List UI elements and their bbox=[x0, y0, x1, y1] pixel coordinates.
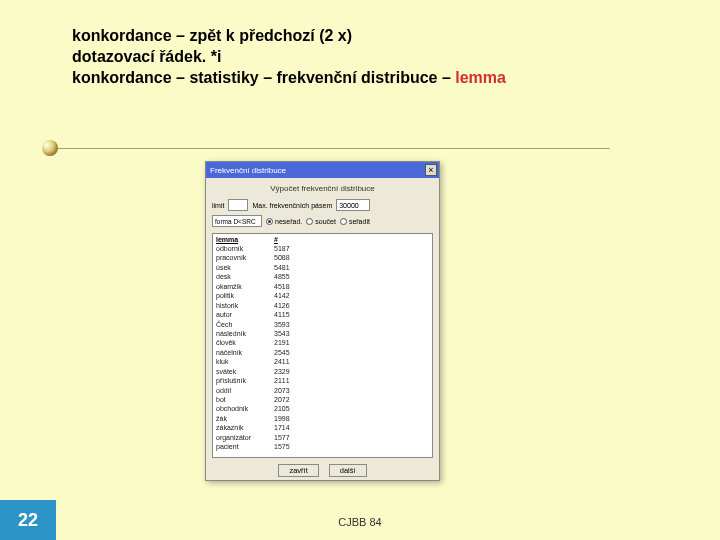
form-select[interactable]: forma D<SRC bbox=[212, 215, 262, 227]
list-item-lemma: Čech bbox=[216, 320, 274, 329]
list-item[interactable]: pracovník5088 bbox=[216, 253, 429, 262]
list-item-lemma: historik bbox=[216, 301, 274, 310]
limit-label: limit bbox=[212, 202, 224, 209]
list-item[interactable]: bot2072 bbox=[216, 395, 429, 404]
list-item-count: 5481 bbox=[274, 263, 290, 272]
list-item-count: 5187 bbox=[274, 244, 290, 253]
list-item-count: 2411 bbox=[274, 357, 290, 366]
list-item[interactable]: příslušník2111 bbox=[216, 376, 429, 385]
list-item-lemma: desk bbox=[216, 272, 274, 281]
dialog-button-row: zavřít další bbox=[212, 464, 433, 477]
divider-line bbox=[50, 148, 610, 149]
max-input[interactable]: 30000 bbox=[336, 199, 370, 211]
limit-row: limit Max. frekvenčních pásem 30000 bbox=[212, 199, 433, 211]
list-item[interactable]: obchodník2105 bbox=[216, 404, 429, 413]
list-item-count: 4142 bbox=[274, 291, 290, 300]
list-item-lemma: člověk bbox=[216, 338, 274, 347]
list-item-count: 3543 bbox=[274, 329, 290, 338]
list-item[interactable]: člověk2191 bbox=[216, 338, 429, 347]
list-item-count: 4855 bbox=[274, 272, 290, 281]
list-item-count: 1575 bbox=[274, 442, 290, 451]
list-item-count: 2111 bbox=[274, 376, 290, 385]
list-item-count: 4115 bbox=[274, 310, 290, 319]
list-item-lemma: úsek bbox=[216, 263, 274, 272]
list-item-count: 4518 bbox=[274, 282, 290, 291]
list-item-lemma: obchodník bbox=[216, 404, 274, 413]
list-item-lemma: bot bbox=[216, 395, 274, 404]
dialog-title: Frekvenční distribuce bbox=[210, 166, 286, 175]
list-item-lemma: oddíl bbox=[216, 386, 274, 395]
heading-line-1: konkordance – zpět k předchozí (2 x) bbox=[72, 26, 506, 47]
list-item-count: 4126 bbox=[274, 301, 290, 310]
list-item-lemma: zákazník bbox=[216, 423, 274, 432]
list-item-lemma: organizátor bbox=[216, 433, 274, 442]
list-item[interactable]: pacient1575 bbox=[216, 442, 429, 451]
list-item[interactable]: odborník5187 bbox=[216, 244, 429, 253]
list-item-lemma: pracovník bbox=[216, 253, 274, 262]
list-item-lemma: náčelník bbox=[216, 348, 274, 357]
heading-line-3-prefix: konkordance – statistiky – frekvenční di… bbox=[72, 69, 455, 86]
cancel-button[interactable]: zavřít bbox=[278, 464, 318, 477]
list-item[interactable]: autor4115 bbox=[216, 310, 429, 319]
list-item[interactable]: následník3543 bbox=[216, 329, 429, 338]
list-item[interactable]: Čech3593 bbox=[216, 320, 429, 329]
list-item-count: 3593 bbox=[274, 320, 290, 329]
list-item-lemma: příslušník bbox=[216, 376, 274, 385]
list-item[interactable]: zákazník1714 bbox=[216, 423, 429, 432]
list-item-count: 5088 bbox=[274, 253, 290, 262]
list-header: lemma # bbox=[216, 236, 429, 243]
list-item[interactable]: žák1998 bbox=[216, 414, 429, 423]
list-item-lemma: žák bbox=[216, 414, 274, 423]
heading-line-2: dotazovací řádek. *i bbox=[72, 47, 506, 68]
list-item[interactable]: politik4142 bbox=[216, 291, 429, 300]
list-item-lemma: pacient bbox=[216, 442, 274, 451]
list-item-count: 2191 bbox=[274, 338, 290, 347]
list-item[interactable]: historik4126 bbox=[216, 301, 429, 310]
list-item[interactable]: desk4855 bbox=[216, 272, 429, 281]
list-item-lemma: kluk bbox=[216, 357, 274, 366]
list-item-lemma: následník bbox=[216, 329, 274, 338]
frequency-list[interactable]: lemma # odborník5187pracovník5088úsek548… bbox=[212, 233, 433, 458]
next-button[interactable]: další bbox=[329, 464, 367, 477]
list-item-count: 2329 bbox=[274, 367, 290, 376]
list-item-count: 2545 bbox=[274, 348, 290, 357]
list-item-lemma: okamžik bbox=[216, 282, 274, 291]
list-item[interactable]: okamžik4518 bbox=[216, 282, 429, 291]
list-item[interactable]: oddíl2073 bbox=[216, 386, 429, 395]
close-icon[interactable]: × bbox=[425, 164, 437, 176]
bullet-icon bbox=[42, 140, 58, 156]
list-item-count: 1714 bbox=[274, 423, 290, 432]
list-item[interactable]: kluk2411 bbox=[216, 357, 429, 366]
radio-unsorted[interactable]: neseřad. bbox=[266, 218, 302, 225]
list-item[interactable]: svátek2329 bbox=[216, 367, 429, 376]
heading-line-3: konkordance – statistiky – frekvenční di… bbox=[72, 68, 506, 89]
list-item-count: 2072 bbox=[274, 395, 290, 404]
sort-row: forma D<SRC neseřad. součet seřadit bbox=[212, 215, 433, 227]
frequency-dialog: Frekvenční distribuce × Výpočet frekvenč… bbox=[205, 161, 440, 481]
list-item[interactable]: organizátor1577 bbox=[216, 433, 429, 442]
list-item[interactable]: úsek5481 bbox=[216, 263, 429, 272]
slide-heading: konkordance – zpět k předchozí (2 x) dot… bbox=[72, 26, 506, 88]
list-item-count: 2105 bbox=[274, 404, 290, 413]
radio-sum[interactable]: součet bbox=[306, 218, 336, 225]
dialog-subtitle: Výpočet frekvenční distribuce bbox=[212, 184, 433, 193]
list-item-count: 1998 bbox=[274, 414, 290, 423]
dialog-titlebar[interactable]: Frekvenční distribuce × bbox=[206, 162, 439, 178]
limit-dropdown[interactable] bbox=[228, 199, 248, 211]
footer-code: CJBB 84 bbox=[0, 516, 720, 528]
list-item-count: 2073 bbox=[274, 386, 290, 395]
list-item-lemma: svátek bbox=[216, 367, 274, 376]
list-item-lemma: politik bbox=[216, 291, 274, 300]
list-item-count: 1577 bbox=[274, 433, 290, 442]
max-label: Max. frekvenčních pásem bbox=[252, 202, 332, 209]
list-item[interactable]: náčelník2545 bbox=[216, 348, 429, 357]
list-item-lemma: autor bbox=[216, 310, 274, 319]
list-item-lemma: odborník bbox=[216, 244, 274, 253]
heading-line-3-highlight: lemma bbox=[455, 69, 506, 86]
radio-sorted[interactable]: seřadit bbox=[340, 218, 370, 225]
